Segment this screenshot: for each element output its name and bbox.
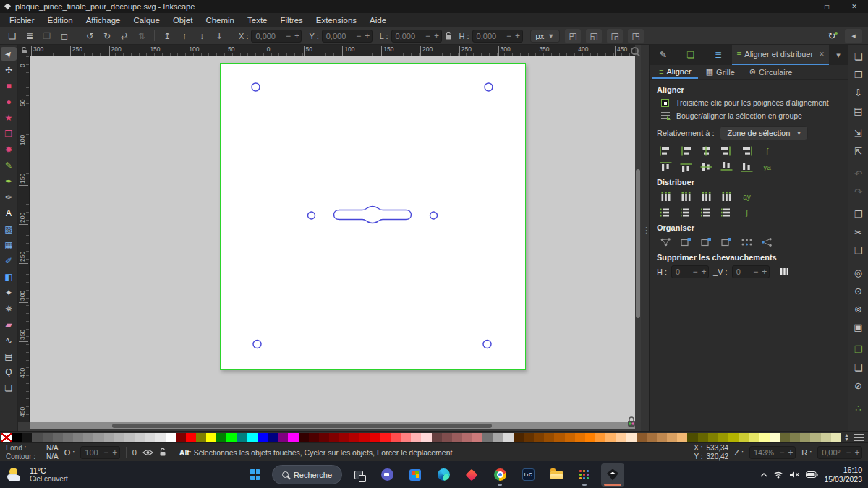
color-swatch[interactable]: [442, 433, 452, 442]
color-swatch[interactable]: [554, 433, 564, 442]
color-swatch[interactable]: [83, 433, 93, 442]
tool-connector[interactable]: ∿: [1, 333, 17, 347]
color-swatch[interactable]: [821, 433, 831, 442]
menu-item-extensions[interactable]: Extensions: [310, 14, 363, 26]
color-swatch[interactable]: [626, 433, 637, 442]
color-swatch[interactable]: [687, 433, 697, 442]
relative-to-select[interactable]: Zone de sélection: [720, 126, 807, 140]
color-swatch[interactable]: [575, 433, 585, 442]
ruler-corner-lock-icon[interactable]: [18, 45, 30, 56]
color-swatch[interactable]: [462, 433, 472, 442]
zoom-selection-button[interactable]: ◎: [851, 265, 867, 280]
color-swatch[interactable]: [637, 433, 647, 442]
color-swatch[interactable]: [329, 433, 339, 442]
menu-item-chemin[interactable]: Chemin: [199, 14, 241, 26]
snap-lock-icon[interactable]: [626, 416, 637, 429]
save-document-button[interactable]: ⇩: [851, 85, 867, 100]
color-swatch[interactable]: [12, 433, 22, 442]
tool-zoom[interactable]: Q: [1, 365, 17, 379]
close-tab-icon[interactable]: [819, 51, 825, 58]
create-clone-button[interactable]: ❏: [851, 360, 867, 374]
tool-calligraphy[interactable]: ✑: [1, 190, 17, 204]
overlap-v-input[interactable]: 0−+: [732, 265, 770, 278]
distribute-horizontal-gaps-button[interactable]: [718, 190, 735, 203]
exchange-in-selection-order-button[interactable]: [677, 236, 694, 249]
color-swatch[interactable]: [780, 433, 790, 442]
color-swatch[interactable]: [534, 433, 544, 442]
color-swatch[interactable]: [93, 433, 103, 442]
menu-item-edition[interactable]: Édition: [41, 14, 80, 26]
color-swatch[interactable]: [63, 433, 73, 442]
weather-widget[interactable]: 11°C Ciel couvert: [7, 466, 68, 484]
layer-visibility-icon[interactable]: [142, 449, 153, 456]
color-swatch[interactable]: [432, 433, 442, 442]
selection-box-button[interactable]: ◻: [56, 29, 72, 43]
color-swatch[interactable]: [299, 433, 309, 442]
scale-stroke-toggle[interactable]: ◰: [565, 29, 581, 43]
export-image-button[interactable]: ⇱: [851, 144, 867, 158]
align-option-handles[interactable]: Troisième clic pour les poignées d'align…: [657, 96, 841, 109]
vertical-scrollbar-thumb[interactable]: [636, 169, 640, 318]
layer-lock-icon[interactable]: [159, 448, 166, 456]
zoom-input[interactable]: 143%−+: [749, 446, 796, 459]
scale-patterns-toggle[interactable]: ◳: [628, 29, 644, 43]
print-document-button[interactable]: ▤: [851, 103, 867, 118]
wifi-icon[interactable]: [773, 471, 783, 479]
color-swatch[interactable]: [53, 433, 63, 442]
color-swatch[interactable]: [247, 433, 258, 442]
color-swatch[interactable]: [503, 433, 514, 442]
overlap-v-increment[interactable]: +: [760, 267, 769, 277]
tool-rectangle[interactable]: ■: [1, 79, 17, 93]
align-left-edges-button[interactable]: [677, 145, 694, 158]
zoom-frame-button[interactable]: ▣: [851, 320, 867, 334]
new-document-button[interactable]: ❏: [851, 49, 867, 64]
select-all-layers-button[interactable]: ≣: [22, 29, 38, 43]
align-text-vertical-button[interactable]: ya: [758, 160, 775, 174]
color-swatch[interactable]: [667, 433, 677, 442]
color-swatch[interactable]: [114, 433, 124, 442]
distribute-left-edges-button[interactable]: [657, 190, 674, 203]
color-swatch[interactable]: [472, 433, 482, 442]
rotate-cw-button[interactable]: ↻: [99, 29, 115, 43]
tool-page[interactable]: ▤: [1, 349, 17, 363]
overlap-v-decrement[interactable]: −: [752, 267, 760, 277]
tool-node-editor[interactable]: ✣: [1, 63, 17, 77]
tool-pen[interactable]: ✒: [1, 174, 17, 188]
color-swatch[interactable]: [482, 433, 493, 442]
menu-item-aide[interactable]: Aide: [363, 14, 393, 26]
vertical-ruler[interactable]: 050100150200250300350400450: [18, 56, 30, 422]
tool-pages[interactable]: ❏: [1, 381, 17, 395]
color-swatch[interactable]: [104, 433, 114, 442]
vertical-scrollbar[interactable]: [635, 56, 641, 422]
subtab-align[interactable]: Aligner: [652, 65, 698, 79]
h-increment[interactable]: +: [514, 31, 522, 41]
color-swatch[interactable]: [135, 433, 145, 442]
align-left-to-right-edge-button[interactable]: [738, 145, 755, 158]
l-input[interactable]: 0,000−+: [391, 30, 442, 43]
x-input[interactable]: 0,000−+: [251, 30, 302, 43]
distribute-bottom-edges-button[interactable]: [697, 206, 715, 219]
maximize-button[interactable]: [813, 0, 841, 13]
dimension-lock-icon[interactable]: [445, 32, 452, 40]
color-swatch[interactable]: [452, 433, 462, 442]
duplicate-button[interactable]: ❐: [851, 342, 867, 356]
unit-select[interactable]: px▼: [530, 30, 561, 43]
color-swatch[interactable]: [800, 433, 810, 442]
tab-objects[interactable]: [677, 45, 705, 65]
menu-item-filtres[interactable]: Filtres: [274, 14, 310, 26]
raise-to-top-button[interactable]: ↥: [159, 29, 175, 43]
redo-button[interactable]: ↷: [851, 184, 867, 199]
volume-muted-icon[interactable]: [789, 471, 800, 479]
tool-tweak[interactable]: ✦: [1, 286, 17, 299]
menu-item-calque[interactable]: Calque: [127, 14, 166, 26]
color-swatch[interactable]: [237, 433, 247, 442]
distribute-right-edges-button[interactable]: [697, 190, 715, 203]
color-swatch[interactable]: [657, 433, 667, 442]
align-top-edges-button[interactable]: [677, 160, 694, 174]
distribute-centers-vertically-button[interactable]: [677, 206, 694, 219]
color-swatch[interactable]: [186, 433, 196, 442]
photo-app-button[interactable]: [460, 463, 483, 487]
snap-toggle-icon[interactable]: [825, 30, 839, 41]
panel-resize-handle[interactable]: ⋮: [641, 45, 649, 431]
color-swatch[interactable]: [216, 433, 226, 442]
